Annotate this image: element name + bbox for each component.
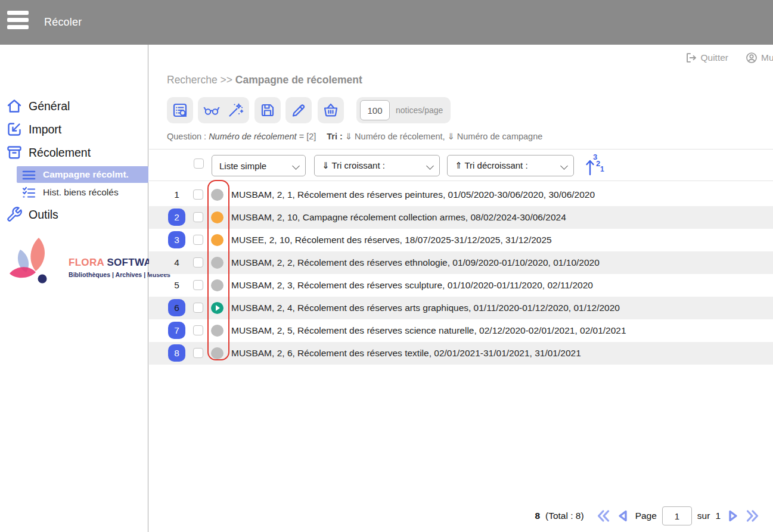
table-row[interactable]: 7 MUSBAM, 2, 5, Récolement des réserves …	[149, 319, 773, 342]
row-checkbox[interactable]	[193, 235, 203, 245]
results-list: 1 MUSBAM, 2, 1, Récolement des réserves …	[149, 183, 773, 365]
sort-value: ⇓ Numéro de récolement, ⇓ Numéro de camp…	[345, 132, 542, 141]
row-checkbox[interactable]	[193, 348, 203, 358]
status-dot-grey	[211, 257, 223, 269]
select-all-checkbox[interactable]	[194, 158, 204, 169]
page-number-input[interactable]	[662, 506, 692, 525]
row-text[interactable]: MUSBAM, 2, 10, Campagne récolement colle…	[231, 206, 566, 229]
sort-descending-select[interactable]: ⇑ Tri décroissant :	[447, 155, 574, 176]
sidebar-item-general[interactable]: Général	[0, 96, 148, 116]
first-page-icon[interactable]	[596, 509, 610, 523]
sidebar-item-outils[interactable]: Outils	[0, 204, 148, 225]
page-of-value: 1	[715, 511, 721, 521]
row-text[interactable]: MUSBAM, 2, 3, Récolement des réserves sc…	[231, 274, 593, 297]
row-checkbox[interactable]	[193, 189, 203, 200]
row-number-badge: 8	[168, 344, 185, 362]
wand-icon	[227, 102, 244, 119]
chevron-down-icon	[426, 162, 434, 170]
status-dot-orange	[211, 234, 223, 246]
chevron-down-icon	[560, 162, 568, 170]
table-row[interactable]: 2 MUSBAM, 2, 10, Campagne récolement col…	[149, 206, 773, 229]
exit-icon	[685, 52, 697, 64]
hamburger-menu-icon[interactable]	[7, 11, 29, 33]
sidebar-item-label: Général	[29, 99, 70, 113]
row-number-badge: 6	[168, 299, 185, 316]
basket-button[interactable]	[318, 97, 344, 123]
row-text[interactable]: MUSEE, 2, 10, Récolement des réserves, 1…	[231, 229, 552, 251]
sidebar-item-label: Outils	[29, 208, 58, 222]
user-icon	[746, 52, 758, 64]
table-row[interactable]: 5 MUSBAM, 2, 3, Récolement des réserves …	[149, 274, 773, 297]
status-dot-grey	[211, 325, 223, 337]
row-checkbox[interactable]	[193, 212, 203, 222]
view-tools-button-group[interactable]	[198, 97, 249, 123]
breadcrumb: Recherche >> Campagne de récolement	[167, 74, 362, 86]
row-number-badge: 2	[168, 209, 185, 226]
query-label: Question :	[167, 132, 206, 141]
sidebar-item-label: Campagne récolmt.	[43, 169, 129, 180]
archive-box-icon	[6, 144, 23, 161]
table-row[interactable]: 1 MUSBAM, 2, 1, Récolement des réserves …	[149, 183, 773, 206]
display-mode-value: Liste simple	[219, 161, 266, 171]
last-page-icon[interactable]	[746, 509, 760, 523]
query-field: Numéro de récolement	[209, 132, 297, 141]
sidebar-item-label: Import	[29, 123, 61, 136]
sidebar: Général Import Récolement	[0, 45, 148, 532]
previous-page-icon[interactable]	[616, 509, 630, 523]
divider	[149, 149, 773, 150]
row-checkbox[interactable]	[193, 280, 203, 290]
row-checkbox[interactable]	[193, 325, 203, 335]
row-number: 4	[168, 254, 185, 271]
glasses-icon	[203, 102, 220, 119]
status-dot-green-play	[211, 302, 223, 314]
row-number: 5	[168, 276, 185, 294]
row-checkbox[interactable]	[193, 303, 203, 313]
notices-per-page-label: notices/page	[396, 105, 443, 115]
wrench-icon	[6, 206, 23, 223]
quit-label: Quitter	[700, 52, 728, 63]
row-text[interactable]: MUSBAM, 2, 1, Récolement des réserves pe…	[231, 183, 595, 206]
sidebar-item-recolement[interactable]: Récolement	[0, 142, 148, 163]
sort-ascending-select[interactable]: ⇓ Tri croissant :	[314, 155, 440, 176]
row-text[interactable]: MUSBAM, 2, 4, Récolement des réserves ar…	[231, 297, 620, 319]
row-number: 1	[168, 186, 185, 203]
home-icon	[6, 98, 23, 114]
status-dot-orange	[211, 211, 223, 223]
sidebar-item-import[interactable]: Import	[0, 119, 148, 139]
save-button[interactable]	[254, 97, 281, 123]
status-dot-grey	[211, 189, 223, 201]
page-of-label: sur	[697, 511, 710, 521]
query-value: [2]	[306, 132, 316, 141]
display-mode-select[interactable]: Liste simple	[212, 155, 306, 176]
sort-label: Tri :	[327, 132, 343, 141]
user-menu[interactable]: Mu	[746, 52, 773, 64]
flora-petals-icon	[5, 237, 64, 288]
result-total: (Total : 8)	[545, 511, 584, 521]
table-row[interactable]: 6 MUSBAM, 2, 4, Récolement des réserves …	[149, 297, 773, 319]
row-text[interactable]: MUSBAM, 2, 6, Récolement des réserves te…	[231, 342, 581, 365]
save-icon	[259, 102, 276, 119]
flora-software-logo: FLORA SOFTWARE Bibliothèques | Archives …	[5, 235, 145, 289]
next-page-icon[interactable]	[726, 509, 740, 523]
row-text[interactable]: MUSBAM, 2, 5, Récolement des réserves sc…	[231, 319, 626, 342]
row-text[interactable]: MUSBAM, 2, 2, Récolement des réserves et…	[231, 251, 600, 274]
table-row[interactable]: 4 MUSBAM, 2, 2, Récolement des réserves …	[149, 251, 773, 274]
list-icon	[21, 167, 36, 182]
breadcrumb-parent[interactable]: Recherche	[167, 74, 218, 86]
sidebar-item-label: Hist. biens récolés	[43, 187, 119, 198]
table-row[interactable]: 3 MUSEE, 2, 10, Récolement des réserves,…	[149, 229, 773, 251]
page-title: Campagne de récolement	[235, 74, 362, 86]
quit-button[interactable]: Quitter	[685, 52, 728, 64]
basket-icon	[322, 102, 339, 119]
sidebar-item-hist-biens-recoles[interactable]: Hist. biens récolés	[0, 184, 148, 201]
table-row[interactable]: 8 MUSBAM, 2, 6, Récolement des réserves …	[149, 342, 773, 365]
sidebar-item-campagne-recolement[interactable]: Campagne récolmt.	[0, 166, 148, 183]
row-checkbox[interactable]	[193, 257, 203, 267]
edit-button[interactable]	[285, 97, 312, 123]
sort-descending-value: ⇑ Tri décroissant :	[455, 160, 528, 171]
checklist-icon	[21, 185, 36, 200]
search-list-button[interactable]	[167, 97, 193, 123]
numeric-sort-icon[interactable]: 3 2 1	[584, 154, 608, 178]
query-summary: Question : Numéro de récolement = [2] Tr…	[167, 132, 542, 141]
notices-per-page-input[interactable]	[360, 100, 390, 120]
